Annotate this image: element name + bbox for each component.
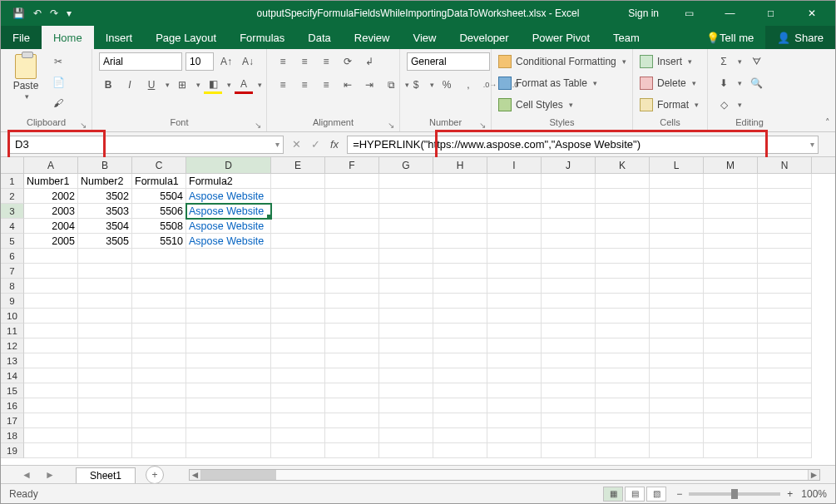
cell[interactable]: Aspose Website: [186, 204, 271, 219]
cell[interactable]: [379, 204, 433, 219]
cell[interactable]: [271, 249, 325, 264]
cell[interactable]: [433, 264, 487, 279]
cell[interactable]: [704, 338, 758, 353]
column-header[interactable]: H: [433, 157, 487, 173]
row-header[interactable]: 17: [1, 413, 24, 428]
cell[interactable]: [487, 219, 542, 234]
sheet-tab-active[interactable]: Sheet1: [76, 467, 136, 483]
cell[interactable]: [758, 294, 812, 309]
cell[interactable]: [542, 338, 596, 353]
tab-file[interactable]: File: [1, 26, 42, 49]
cell[interactable]: [271, 428, 325, 443]
cell[interactable]: [271, 368, 325, 383]
cell[interactable]: [379, 189, 433, 204]
cell[interactable]: [186, 413, 271, 428]
format-as-table-button[interactable]: Format as Table▾: [498, 74, 626, 92]
cell[interactable]: [24, 353, 78, 368]
view-normal-icon[interactable]: ▦: [603, 487, 623, 502]
cell[interactable]: [650, 324, 704, 338]
cell[interactable]: [271, 279, 325, 294]
cell[interactable]: [132, 294, 186, 309]
column-header[interactable]: K: [596, 157, 650, 173]
cell[interactable]: [271, 264, 325, 279]
zoom-slider[interactable]: [689, 492, 780, 496]
cell[interactable]: [650, 294, 704, 309]
cell[interactable]: [132, 398, 186, 413]
cell[interactable]: [186, 428, 271, 443]
decrease-indent-icon[interactable]: ⇤: [339, 76, 357, 94]
cell[interactable]: [24, 338, 78, 353]
cell[interactable]: [596, 249, 650, 264]
tab-power-pivot[interactable]: Power Pivot: [521, 26, 601, 49]
border-icon[interactable]: ⊞: [173, 76, 191, 94]
cell[interactable]: [24, 383, 78, 398]
redo-icon[interactable]: ↷: [50, 7, 58, 19]
cell[interactable]: [325, 279, 379, 294]
cell[interactable]: [379, 353, 433, 368]
cell[interactable]: [596, 189, 650, 204]
cell[interactable]: [78, 383, 132, 398]
underline-button[interactable]: U: [142, 76, 161, 94]
cell[interactable]: [24, 413, 78, 428]
format-cells-button[interactable]: Format▾: [640, 96, 699, 114]
cut-icon[interactable]: ✂: [49, 52, 67, 71]
cell[interactable]: [704, 174, 758, 189]
cell[interactable]: [186, 309, 271, 324]
cell[interactable]: [596, 204, 650, 219]
cell[interactable]: [596, 368, 650, 383]
font-color-icon[interactable]: A: [235, 76, 253, 94]
column-header[interactable]: B: [78, 157, 132, 173]
cell[interactable]: 3502: [78, 189, 132, 204]
cell[interactable]: [704, 204, 758, 219]
cell[interactable]: [650, 398, 704, 413]
cell[interactable]: [542, 279, 596, 294]
cell[interactable]: [271, 204, 325, 219]
row-header[interactable]: 16: [1, 398, 24, 413]
cell[interactable]: [650, 338, 704, 353]
cell[interactable]: [704, 383, 758, 398]
cell[interactable]: [379, 234, 433, 249]
cell[interactable]: [186, 368, 271, 383]
row-header[interactable]: 11: [1, 324, 24, 338]
cell[interactable]: [132, 249, 186, 264]
cell[interactable]: Formula2: [186, 174, 271, 189]
cell[interactable]: [704, 398, 758, 413]
maximize-icon[interactable]: □: [752, 1, 789, 26]
cell[interactable]: [24, 294, 78, 309]
cell[interactable]: [186, 294, 271, 309]
column-header[interactable]: F: [325, 157, 379, 173]
cell[interactable]: [758, 353, 812, 368]
cell[interactable]: 2005: [24, 234, 78, 249]
view-page-layout-icon[interactable]: ▤: [625, 487, 645, 502]
cell[interactable]: Aspose Website: [186, 189, 271, 204]
share-button[interactable]: 👤 Share: [765, 26, 835, 49]
tab-data[interactable]: Data: [296, 26, 342, 49]
cell[interactable]: [487, 383, 542, 398]
cell[interactable]: [542, 204, 596, 219]
cell[interactable]: 5508: [132, 219, 186, 234]
undo-icon[interactable]: ↶: [33, 7, 42, 19]
cell[interactable]: [24, 309, 78, 324]
cell[interactable]: [325, 234, 379, 249]
cell[interactable]: [650, 428, 704, 443]
cell[interactable]: [24, 324, 78, 338]
cell[interactable]: [433, 338, 487, 353]
cell[interactable]: [271, 398, 325, 413]
column-header[interactable]: I: [487, 157, 542, 173]
shrink-font-icon[interactable]: A↓: [239, 52, 257, 71]
clear-icon[interactable]: ◇: [715, 96, 733, 114]
conditional-formatting-button[interactable]: Conditional Formatting▾: [498, 52, 626, 71]
view-page-break-icon[interactable]: ▧: [646, 487, 666, 502]
cell[interactable]: [24, 279, 78, 294]
row-header[interactable]: 6: [1, 249, 24, 264]
tab-developer[interactable]: Developer: [448, 26, 520, 49]
column-header[interactable]: G: [379, 157, 433, 173]
cell[interactable]: [542, 383, 596, 398]
cell[interactable]: [325, 353, 379, 368]
cell[interactable]: 5510: [132, 234, 186, 249]
cell[interactable]: [487, 279, 542, 294]
cell[interactable]: [379, 279, 433, 294]
align-center-icon[interactable]: ≡: [295, 76, 314, 94]
cell[interactable]: [650, 309, 704, 324]
cell[interactable]: [487, 353, 542, 368]
